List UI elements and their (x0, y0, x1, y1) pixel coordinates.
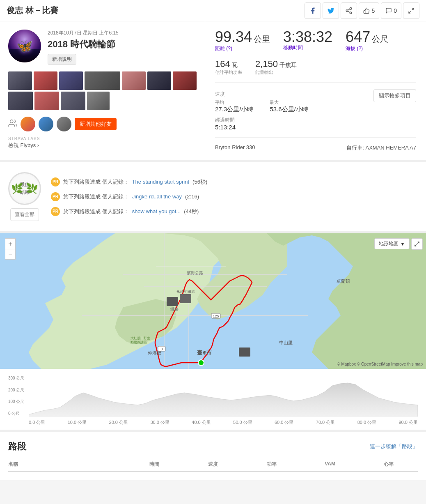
friend-avatar-2[interactable] (39, 117, 53, 131)
pr-text-3: 於下列路段達成 個人記錄： (63, 208, 129, 215)
speed-section: 速度 平均 27.3公里/小時 最大 53.6公里/小時 經過時間 5:13:2… (215, 91, 373, 131)
svg-text:125: 125 (213, 314, 219, 318)
top-bar-actions: 5 0 (305, 2, 419, 19)
svg-line-6 (409, 11, 411, 13)
svg-line-5 (412, 8, 414, 10)
expand-button[interactable] (403, 2, 419, 19)
segments-header: 路段 連一步瞭解「路段」 (8, 440, 418, 453)
svg-text:3: 3 (160, 347, 163, 351)
svg-rect-22 (239, 348, 250, 357)
laurel-left-icon: 🌿 (11, 183, 23, 194)
pr-segment-link-3[interactable]: show what you got... (132, 208, 181, 214)
activity-date: 2018年10月7日 星期日 上午6:15 (48, 30, 197, 37)
photo-thumb-6[interactable] (147, 71, 171, 90)
x-label-50: 50.0 公里 (233, 419, 252, 426)
x-label-90: 90.0 公里 (399, 419, 417, 426)
map-attribution: © Mapbox © OpenStreetMap Improve this ma… (337, 362, 423, 366)
friend-avatar-3[interactable] (57, 117, 71, 131)
svg-text:臺⊕市: 臺⊕市 (197, 350, 212, 356)
svg-text:鐵路: 鐵路 (170, 307, 179, 311)
pr-item-1: PR 於下列路段達成 個人記錄： The standing start spri… (51, 177, 418, 186)
segments-learn-link[interactable]: 連一步瞭解「路段」 (370, 443, 418, 450)
elevation-section: 300 公尺 200 公尺 100 公尺 0 公尺 0.0 公里 10.0 公里… (0, 369, 426, 432)
stat-time: 3:38:32 移動時間 (283, 30, 332, 51)
photo-thumb-9[interactable] (34, 92, 59, 110)
elevation-chart (29, 375, 418, 417)
like-count: 5 (371, 7, 375, 14)
photo-thumb-4[interactable] (85, 71, 120, 90)
x-label-40: 40.0 公里 (192, 419, 211, 426)
comment-count: 0 (394, 7, 397, 14)
col-header-speed: 速度 (184, 461, 243, 468)
photo-thumb-8[interactable] (8, 92, 33, 110)
svg-point-7 (10, 120, 13, 122)
pr-segment-link-1[interactable]: The standing start sprint (132, 179, 189, 185)
friend-avatar-1[interactable] (21, 117, 35, 131)
stat-power: 164 瓦 估計平均功率 (215, 59, 242, 76)
photo-thumb-11[interactable] (87, 92, 110, 110)
map-fullscreen-button[interactable] (411, 238, 423, 250)
photo-thumb-7[interactable] (173, 71, 197, 90)
activity-header: 🦋 2018年10月7日 星期日 上午6:15 2018 時代騎輪節 新增說明 (8, 30, 197, 65)
time-label: 移動時間 (283, 44, 332, 51)
device-label: Bryton Rider 330 (215, 144, 255, 152)
main-content: 🦋 2018年10月7日 星期日 上午6:15 2018 時代騎輪節 新增說明 (0, 21, 426, 162)
flybys-link[interactable]: 檢視 Flybys › (8, 142, 197, 149)
map-type-chevron-icon: ▼ (400, 241, 405, 247)
share-button[interactable] (341, 2, 357, 19)
activity-title-area: 2018年10月7日 星期日 上午6:15 2018 時代騎輪節 新增說明 (48, 30, 197, 65)
map-svg: 仲港鄉 臺⊕市 中山里 卓蘭鎮 濱路 鐵路 濱海公路 3 125 大肚溪口野生 … (0, 233, 426, 369)
svg-point-19 (198, 360, 204, 366)
pr-badge: 最佳 結果 🌿 🌿 查看全部 (8, 172, 41, 221)
svg-point-2 (350, 12, 352, 14)
pr-medal-3: PR (51, 207, 60, 216)
show-more-button[interactable]: 顯示較多項目 (373, 89, 416, 102)
distance-label[interactable]: 距離 (?) (215, 46, 232, 51)
strava-labs-section: STRAVA LABS 檢視 Flybys › (8, 136, 197, 149)
zoom-out-button[interactable]: − (5, 249, 16, 260)
speed-time-section: 速度 平均 27.3公里/小時 最大 53.6公里/小時 經過時間 5:13:2… (215, 91, 416, 131)
twitter-share-button[interactable] (323, 2, 339, 19)
svg-line-4 (348, 9, 350, 10)
segments-title: 路段 (8, 440, 26, 453)
segments-section: 路段 連一步瞭解「路段」 名稱 時間 速度 功率 VAM 心率 (0, 432, 426, 480)
strava-labs-label: STRAVA LABS (8, 136, 197, 141)
zoom-in-button[interactable]: + (5, 238, 16, 249)
svg-text:大肚溪口野生: 大肚溪口野生 (131, 336, 150, 340)
comment-button[interactable]: 0 (381, 2, 401, 19)
elevation-label[interactable]: 海拔 (?) (346, 46, 363, 51)
trophy-circle: 最佳 結果 🌿 🌿 (8, 172, 41, 205)
svg-text:動物保護區: 動物保護區 (131, 341, 147, 344)
add-description-button[interactable]: 新增說明 (48, 54, 76, 65)
map-section: 仲港鄉 臺⊕市 中山里 卓蘭鎮 濱路 鐵路 濱海公路 3 125 大肚溪口野生 … (0, 233, 426, 369)
like-button[interactable]: 5 (359, 2, 379, 19)
pr-section: 最佳 結果 🌿 🌿 查看全部 PR 於下列路段達成 個人記錄： The stan… (0, 162, 426, 233)
photo-thumb-5[interactable] (122, 71, 146, 90)
svg-text:濱海公路: 濱海公路 (187, 271, 203, 275)
photo-thumb-3[interactable] (59, 71, 83, 90)
x-label-80: 80.0 公里 (357, 419, 376, 426)
map-controls: + − (5, 238, 16, 260)
pr-segment-link-2[interactable]: Jingke rd..all the way (132, 193, 182, 200)
photo-thumb-10[interactable] (61, 92, 85, 110)
pr-time-1: (56秒) (192, 178, 207, 186)
friends-row: 新增其他好友 (8, 117, 197, 131)
facebook-share-button[interactable] (305, 2, 321, 19)
y-label-200: 200 公尺 (8, 387, 24, 393)
bike-label: 自行車: AXMAN HEMERA A7 (346, 144, 416, 152)
pr-medal-2: PR (51, 192, 60, 201)
photo-thumb-1[interactable] (8, 71, 32, 90)
photo-section (8, 71, 197, 110)
map-type-button[interactable]: 地形地圖 ▼ (374, 238, 410, 249)
left-panel: 🦋 2018年10月7日 星期日 上午6:15 2018 時代騎輪節 新增說明 (0, 21, 205, 160)
view-all-button[interactable]: 查看全部 (10, 208, 39, 221)
page-title: 俊志 林－比賽 (7, 5, 305, 16)
svg-point-0 (350, 7, 352, 9)
photo-thumb-2[interactable] (34, 71, 57, 90)
col-header-name: 名稱 (8, 461, 125, 468)
photo-row-2 (8, 92, 197, 110)
elevation-wrapper: 300 公尺 200 公尺 100 公尺 0 公尺 0.0 公里 10.0 公里… (8, 375, 418, 426)
y-axis-labels: 300 公尺 200 公尺 100 公尺 0 公尺 (8, 375, 24, 417)
y-label-100: 100 公尺 (8, 399, 24, 405)
add-friend-button[interactable]: 新增其他好友 (75, 118, 117, 130)
